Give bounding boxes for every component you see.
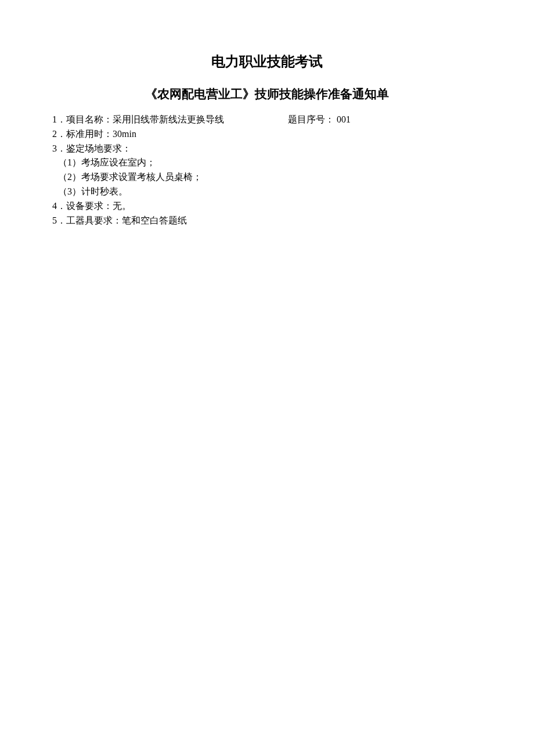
question-number: 题目序号： 001 [288, 113, 351, 127]
project-name-label: 1．项目名称： [52, 114, 113, 124]
line-3-2: （2）考场要求设置考核人员桌椅； [52, 170, 482, 185]
main-title: 电力职业技能考试 [52, 52, 482, 71]
line-3-venue-req: 3．鉴定场地要求： [52, 142, 482, 156]
project-name: 1．项目名称：采用旧线带新线法更换导线 [52, 113, 224, 127]
line-3-1: （1）考场应设在室内； [52, 156, 482, 170]
sub-title: 《农网配电营业工》技师技能操作准备通知单 [52, 86, 482, 102]
content-body: 1．项目名称：采用旧线带新线法更换导线 题目序号： 001 2．标准用时：30m… [52, 113, 482, 228]
question-number-label: 题目序号： [288, 114, 334, 124]
line-4-equipment: 4．设备要求：无。 [52, 199, 482, 214]
line-2-standard-time: 2．标准用时：30min [52, 127, 482, 142]
line-3-3: （3）计时秒表。 [52, 185, 482, 199]
question-number-value: 001 [334, 114, 351, 124]
line-5-tools: 5．工器具要求：笔和空白答题纸 [52, 214, 482, 228]
project-name-value: 采用旧线带新线法更换导线 [113, 114, 224, 124]
line-1: 1．项目名称：采用旧线带新线法更换导线 题目序号： 001 [52, 113, 482, 127]
